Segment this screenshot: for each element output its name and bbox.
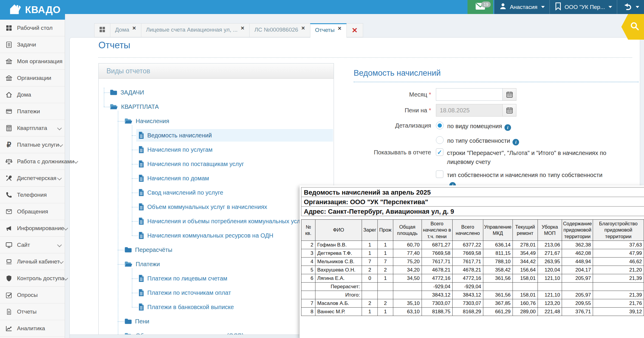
report-cell: 8188,75: [422, 308, 452, 316]
report-cell: Вахрушева О.Н.: [315, 266, 362, 274]
sidebar-item-bank-2[interactable]: Моя организация: [0, 53, 65, 70]
report-cell: 278,01: [513, 241, 538, 249]
report-cell: [393, 283, 422, 291]
tree-item-report-7[interactable]: Свод начислений по услуге: [99, 185, 334, 200]
report-cell: 209,55: [562, 299, 593, 308]
sidebar-item-megaphone-12[interactable]: Информирование: [0, 220, 65, 237]
report-cell: 4678,21: [452, 266, 483, 274]
info-icon[interactable]: i: [504, 124, 511, 131]
info-icon[interactable]: i: [513, 139, 519, 145]
month-calendar-button[interactable]: [503, 88, 516, 101]
report-column-header: Уборка МОП: [538, 220, 562, 241]
tree-item-report-6[interactable]: Начисления по домам: [99, 171, 334, 185]
tab-2[interactable]: Лицевые счета Авиационная ул, ...✕: [141, 23, 250, 37]
sidebar-item-label: Моя организация: [17, 58, 63, 65]
tree-item-report-14[interactable]: Платежи по источникам оплат: [99, 286, 334, 300]
close-icon[interactable]: ✕: [241, 25, 244, 31]
tree-item-folder-1[interactable]: КВАРТПЛАТА: [99, 100, 334, 114]
tree-item-report-9[interactable]: Начисления и объемы потребления коммунал…: [99, 214, 334, 228]
close-icon[interactable]: ✕: [338, 26, 341, 31]
tree-item-report-4[interactable]: Начисления по услугам: [99, 142, 334, 157]
report-cell: -929,04: [452, 283, 483, 291]
undo-menu[interactable]: [617, 0, 644, 14]
org-menu[interactable]: ООО "УК Пер...: [549, 0, 617, 14]
sidebar-item-label: Информирование: [17, 225, 64, 232]
report-cell: 7: [301, 299, 315, 308]
tree-connector: [132, 207, 138, 207]
checkbox-checked[interactable]: ✓: [436, 148, 443, 156]
grid-icon: [4, 24, 13, 32]
undo-icon: [622, 2, 632, 12]
sidebar-item-card-5[interactable]: Платежи: [0, 103, 65, 120]
report-cell: 34,20: [393, 266, 422, 274]
radio-label: по типу собственностиi: [447, 136, 519, 145]
report-cell: 811,15: [483, 249, 513, 258]
penalty-date-input[interactable]: [436, 104, 503, 117]
tab-3[interactable]: ЛС №000986026✕: [249, 23, 310, 37]
sidebar-item-bank-3[interactable]: Организации: [0, 70, 65, 86]
report-cell: 5: [301, 266, 315, 274]
report-cell: 205,97: [562, 274, 593, 283]
radio-selected[interactable]: [436, 122, 444, 129]
brand-logo[interactable]: КВАДО: [0, 0, 65, 20]
mail-button[interactable]: 19: [467, 0, 493, 14]
report-title-line-2: Адрес: Санкт-Петербург, Авиационная ул, …: [301, 206, 644, 216]
tree-item-folder-12[interactable]: Платежи: [99, 257, 334, 271]
sidebar-item-shield-15[interactable]: Контроль доступа: [0, 270, 65, 287]
tree-item-report-8[interactable]: Объем коммунальных услуг в начислениях: [99, 200, 334, 214]
penalty-calendar-button[interactable]: [503, 104, 516, 117]
report-doc-icon: [138, 289, 144, 297]
close-icon[interactable]: ✕: [132, 25, 136, 31]
chevron-down-icon: [58, 142, 63, 147]
sidebar-item-doc-17[interactable]: Отчеты: [0, 303, 65, 320]
detail-options: по виду помещенияi по типу собственности…: [436, 122, 519, 151]
sidebar-item-tools-9[interactable]: Диспетчерская: [0, 170, 65, 187]
tree-item-folder-2[interactable]: Начисления: [99, 114, 334, 128]
report-cell: Масалов А.Б.: [315, 299, 362, 308]
sidebar-item-laptop-14[interactable]: Личный кабинет: [0, 253, 65, 270]
month-input[interactable]: [436, 88, 503, 101]
tree-item-report-10[interactable]: Начисления коммунальных ресурсов на ОДН: [99, 228, 334, 243]
tab-4[interactable]: Отчеты✕: [310, 23, 347, 38]
tree-item-report-13[interactable]: Платежи по лицевым счетам: [99, 271, 334, 286]
tree-item-report-15[interactable]: Платежи в банковской выписке: [99, 300, 334, 314]
form-title-underline: [354, 82, 639, 82]
report-cell: 7669,58: [452, 249, 483, 258]
tree-item-report-5[interactable]: Начисления по поставщикам услуг: [99, 157, 334, 171]
search-button[interactable]: [621, 14, 644, 40]
report-cell: 7617,71: [422, 258, 452, 266]
report-cell: 2: [378, 266, 393, 274]
sidebar-item-grid-0[interactable]: Рабочий стол: [0, 20, 65, 36]
tree-item-folder-11[interactable]: Перерасчёты: [99, 243, 334, 257]
tree-item-report-3[interactable]: Ведомость начислений: [99, 128, 334, 142]
tree-horizontal-scrollbar[interactable]: [70, 334, 299, 338]
tree-item-label: Ведомость начислений: [147, 132, 212, 139]
sidebar-item-calc-6[interactable]: Квартплата: [0, 120, 65, 137]
tab-1[interactable]: Дома✕: [110, 23, 141, 37]
tab-bar: Дома✕Лицевые счета Авиационная ул, ...✕Л…: [95, 23, 363, 37]
sidebar-item-scales-8[interactable]: Работа с должниками: [0, 153, 65, 170]
sidebar-item-home-4[interactable]: Дома: [0, 86, 65, 103]
checkbox-unchecked[interactable]: [436, 170, 443, 178]
sidebar-item-tasks-1[interactable]: Задачи: [0, 36, 65, 53]
sidebar-item-monitor-13[interactable]: Сайт: [0, 237, 65, 253]
close-all-tabs-button[interactable]: ✕: [346, 23, 363, 37]
tree-item-folder-16[interactable]: Пени: [99, 314, 334, 328]
tree-item-folder-0[interactable]: ЗАДАЧИ: [99, 85, 334, 100]
user-menu[interactable]: Анастасия: [494, 0, 549, 14]
tab-label: Лицевые счета Авиационная ул, ...: [146, 27, 238, 33]
sidebar-item-phone-10[interactable]: Телефония: [0, 187, 65, 203]
close-icon[interactable]: ✕: [301, 25, 305, 31]
sidebar-item-chart-18[interactable]: Аналитика: [0, 320, 65, 337]
tab-dashboard[interactable]: [94, 23, 110, 37]
report-cell: 3843,12: [452, 291, 483, 299]
report-title-block: Ведомость начислений за апрель 2025Орган…: [301, 187, 644, 216]
report-doc-icon: [138, 217, 144, 225]
tree-connector: [132, 307, 138, 308]
sidebar-item-mail-11[interactable]: Обращения: [0, 203, 65, 220]
sidebar-item-checksq-16[interactable]: Опросы: [0, 287, 65, 303]
sidebar-item-ruble-7[interactable]: ₽ Платные услуги: [0, 137, 65, 153]
radio-unselected[interactable]: [436, 136, 444, 144]
report-cell: [513, 283, 538, 291]
report-row: 2Гофман В.В.1160,706871,276377,22636,142…: [301, 241, 644, 249]
